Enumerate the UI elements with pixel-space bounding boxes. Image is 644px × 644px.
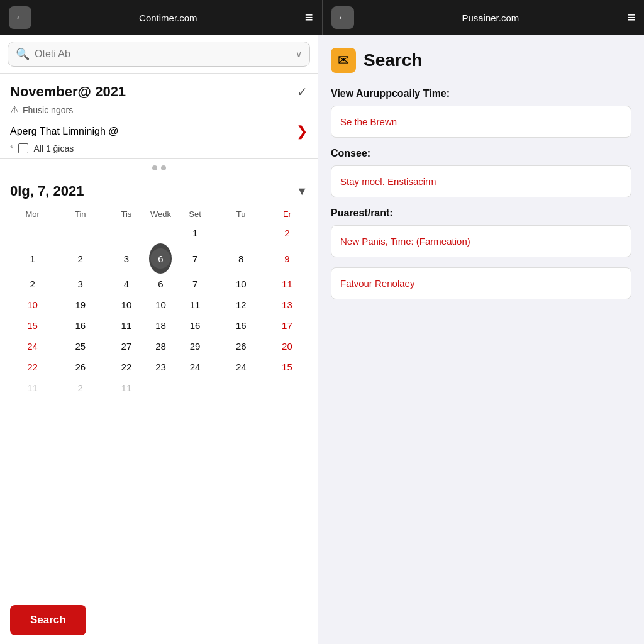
calendar-day-cell[interactable]: 23: [149, 357, 172, 377]
calendar-day-cell: [103, 223, 149, 243]
calendar-day-cell[interactable]: 1: [8, 243, 57, 274]
calendar-day-cell[interactable]: 25: [57, 336, 103, 357]
calendar-day-cell[interactable]: 11: [103, 315, 149, 336]
calendar-header: 0lg, 7, 2021 ▼: [8, 177, 310, 206]
right-menu-button[interactable]: ≡: [627, 9, 635, 26]
calendar-day-cell[interactable]: 2: [57, 377, 103, 398]
calendar-day-cell[interactable]: 15: [264, 357, 310, 377]
calendar-day-cell[interactable]: 11: [103, 377, 149, 398]
day-header-tu: Tu: [218, 206, 264, 223]
mail-icon: ✉: [331, 48, 356, 73]
calendar-day-cell[interactable]: 8: [218, 243, 264, 274]
left-menu-button[interactable]: ≡: [305, 9, 313, 26]
warning-icon: ⚠: [10, 104, 19, 116]
calendar-day-cell[interactable]: 6: [149, 274, 172, 294]
search-bar[interactable]: 🔍 ∨: [8, 42, 310, 67]
dots-row: [0, 159, 318, 177]
main-layout: 🔍 ∨ November@ 2021 ✓ ⚠ Fhusic ngors Aper…: [0, 35, 644, 644]
calendar-day-cell: [57, 223, 103, 243]
dot-1: [152, 165, 157, 170]
puarest-label: Puarest/rant:: [331, 208, 631, 219]
calendar-day-cell[interactable]: 27: [103, 336, 149, 357]
search-icon: 🔍: [16, 47, 30, 61]
calendar-day-cell: [218, 223, 264, 243]
calendar-day-cell: [264, 377, 310, 398]
calendar-day-cell[interactable]: 26: [57, 357, 103, 377]
calendar-day-cell[interactable]: 11: [264, 274, 310, 294]
view-field[interactable]: Se the Brewn: [331, 106, 631, 138]
consee-field[interactable]: Stay moel. Enstisacirm: [331, 165, 631, 197]
calendar-day-cell[interactable]: 4: [103, 274, 149, 294]
left-back-button[interactable]: ←: [9, 6, 31, 29]
calendar-week-row: 234671011: [8, 274, 310, 294]
calendar-week-row: 11211: [8, 377, 310, 398]
calendar-day-cell[interactable]: 3: [57, 274, 103, 294]
search-button-wrap: Search: [0, 596, 318, 644]
calendar-day-cell[interactable]: 11: [172, 294, 218, 315]
calendar-dropdown-icon[interactable]: ▼: [296, 185, 308, 198]
day-header-mon: Mor: [8, 206, 57, 223]
calendar-day-cell[interactable]: 20: [264, 336, 310, 357]
calendar-day-cell[interactable]: 26: [218, 336, 264, 357]
chevron-right-icon[interactable]: ❯: [296, 123, 308, 140]
day-header-tis: Tis: [103, 206, 149, 223]
calendar-day-cell[interactable]: 16: [218, 315, 264, 336]
calendar-day-cell[interactable]: 19: [57, 294, 103, 315]
puarest-field-1[interactable]: New Panis, Time: (Farmeation): [331, 225, 631, 257]
aper-row[interactable]: Aperg That Limninigh @ ❯: [10, 123, 308, 140]
left-nav-title: Contimer.com: [39, 13, 297, 23]
search-bar-wrap: 🔍 ∨: [0, 35, 318, 74]
calendar-day-cell[interactable]: 29: [172, 336, 218, 357]
calendar-week-row: 24252728292620: [8, 336, 310, 357]
calendar-day-cell[interactable]: 10: [149, 294, 172, 315]
calendar-day-cell[interactable]: 13: [264, 294, 310, 315]
calendar-day-cell[interactable]: 10: [8, 294, 57, 315]
calendar-day-cell[interactable]: 6: [149, 243, 172, 274]
day-header-set: Set: [172, 206, 218, 223]
calendar-day-cell: [149, 377, 172, 398]
calendar-day-cell[interactable]: 10: [103, 294, 149, 315]
calendar-day-cell[interactable]: 11: [8, 377, 57, 398]
calendar-day-cell[interactable]: 10: [218, 274, 264, 294]
mail-icon-symbol: ✉: [338, 52, 349, 69]
calendar-day-cell[interactable]: 22: [103, 357, 149, 377]
calendar-day-cell[interactable]: 3: [103, 243, 149, 274]
all-checkbox[interactable]: [18, 143, 28, 153]
calendar-week-row: 1236789: [8, 243, 310, 274]
calendar-day-cell[interactable]: 15: [8, 315, 57, 336]
calendar-day-cell[interactable]: 2: [8, 274, 57, 294]
calendar-day-cell[interactable]: 7: [172, 274, 218, 294]
calendar-day-cell[interactable]: 2: [264, 223, 310, 243]
calendar-day-cell: [149, 223, 172, 243]
search-input[interactable]: [35, 48, 296, 60]
calendar-day-cell[interactable]: 22: [8, 357, 57, 377]
search-button[interactable]: Search: [10, 605, 86, 635]
calendar-day-cell[interactable]: 2: [57, 243, 103, 274]
checkmark-button[interactable]: ✓: [297, 84, 308, 99]
calendar-day-cell[interactable]: 24: [8, 336, 57, 357]
calendar-section: 0lg, 7, 2021 ▼ Mor Tin Tis Wedk Set Tu E…: [0, 177, 318, 596]
calendar-day-cell[interactable]: 16: [172, 315, 218, 336]
calendar-day-cell[interactable]: 1: [172, 223, 218, 243]
puarest-field-2[interactable]: Fatvour Renolaey: [331, 267, 631, 299]
dot-2: [161, 165, 166, 170]
calendar-day-cell[interactable]: 24: [172, 357, 218, 377]
calendar-day-cell[interactable]: 12: [218, 294, 264, 315]
calendar-day-cell[interactable]: 9: [264, 243, 310, 274]
calendar-day-cell[interactable]: 7: [172, 243, 218, 274]
calendar-day-cell[interactable]: 18: [149, 315, 172, 336]
left-pane: 🔍 ∨ November@ 2021 ✓ ⚠ Fhusic ngors Aper…: [0, 35, 318, 644]
calendar-day-cell[interactable]: 24: [218, 357, 264, 377]
nav-bar: ← Contimer.com ≡ ← Pusainer.com ≡: [0, 0, 644, 35]
calendar-day-cell[interactable]: 17: [264, 315, 310, 336]
calendar-day-cell[interactable]: 28: [149, 336, 172, 357]
left-nav-pane: ← Contimer.com ≡: [0, 0, 322, 35]
calendar-day-cell[interactable]: 16: [57, 315, 103, 336]
calendar-day-cell: [218, 377, 264, 398]
dropdown-arrow-icon[interactable]: ∨: [296, 49, 302, 59]
all-row: * All 1 ğicas: [10, 143, 308, 153]
right-back-button[interactable]: ←: [331, 6, 354, 29]
calendar-week-row: 12: [8, 223, 310, 243]
calendar-day-cell: [172, 377, 218, 398]
november-header: November@ 2021 ✓: [10, 84, 308, 100]
